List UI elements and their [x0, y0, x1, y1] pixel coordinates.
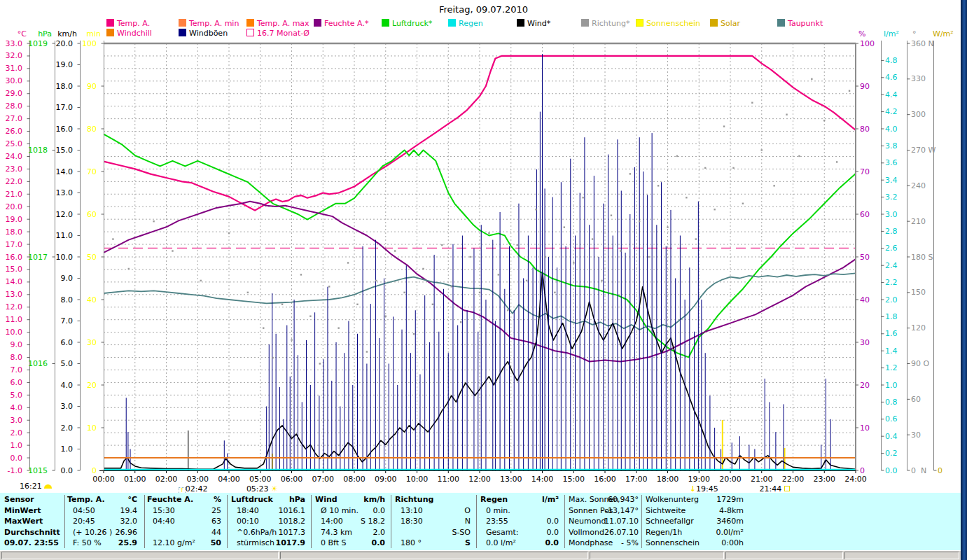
legend-item-monats-mittel: 16.7 Monat-Ø — [246, 29, 309, 37]
legend-label-sonnenschein: Sonnenschein — [646, 19, 700, 28]
axis-tick-label: 1.2 — [885, 364, 898, 372]
legend-item-temp-a: Temp. A. — [106, 19, 150, 27]
legend-item-windboeen: Windböen — [179, 29, 228, 37]
axis-tick-label: 27.0 — [0, 115, 22, 122]
table-cell-value: N — [422, 517, 471, 526]
axis-tick-label: 13.0 — [45, 189, 73, 197]
moon-dome-icon — [44, 484, 52, 489]
axis-tick-label: 1.4 — [885, 347, 898, 355]
axis-tick-label: 10 — [69, 424, 97, 432]
axis-tick-label: 4.8 — [885, 57, 898, 64]
table-cell-label: 00:10 — [237, 517, 259, 526]
table-cell-value: S — [422, 538, 471, 547]
table-cell-label: 180 ° — [401, 538, 422, 547]
axis-tick-label: 4.0 — [885, 125, 898, 133]
status-bar-panel-1 — [1, 552, 279, 559]
legend-label-temp-a-min: Temp. A. min — [189, 19, 239, 28]
table-cell-label: 18:40 — [237, 506, 259, 515]
legend-label-windchill: Windchill — [117, 29, 152, 38]
x-axis-label: 16:00 — [591, 475, 619, 484]
legend-swatch-richtung-icon — [581, 19, 589, 27]
axis-tick-label: 60 — [860, 211, 870, 218]
info-cell-value: - 5% — [588, 538, 639, 547]
info-cell-label: Sonnenschein — [646, 538, 700, 547]
axis-tick-label: 29.0 — [0, 90, 22, 97]
legend-item-sonnenschein: Sonnenschein — [636, 19, 700, 27]
axis-tick-label: 20 — [860, 382, 870, 389]
legend-swatch-temp-a-icon — [106, 19, 114, 27]
legend-label-temp-a-max: Temp. A. max — [257, 19, 309, 28]
moonset-icon — [784, 486, 790, 491]
legend-swatch-wind-icon — [517, 19, 524, 27]
legend-item-temp-a-min: Temp. A. min — [179, 19, 239, 27]
legend-swatch-temp-a-max-icon — [246, 19, 254, 27]
x-axis-label: 06:00 — [278, 475, 306, 484]
axis-tick-label: 0 — [69, 467, 97, 475]
axis-tick-label: 0.0 — [0, 454, 22, 462]
info-cell-label: Schneefallgr — [646, 517, 694, 526]
axis-tick-label: 70 — [69, 168, 97, 176]
table-cell-value: 32.0 — [88, 517, 137, 526]
legend-swatch-sonnenschein-icon — [636, 19, 643, 27]
info-cell-value: 26.07.10 — [588, 528, 639, 537]
axis-tick-label: 70 — [860, 168, 870, 176]
table-cell-label: 23:55 — [486, 517, 508, 526]
info-cell-value: 1729m — [693, 495, 744, 504]
table-divider — [476, 495, 477, 548]
axis-tick-label: 14.0 — [0, 278, 22, 286]
legend-item-wind: Wind* — [517, 19, 550, 27]
axis-tick-label: 3.0 — [885, 211, 898, 218]
info-cell-value: 3460m — [693, 517, 744, 526]
axis-tick-label: 13.0 — [0, 290, 22, 298]
axis-tick-label: 90 — [69, 83, 97, 90]
status-bar — [0, 551, 961, 560]
axis-tick-label: 40 — [69, 296, 97, 304]
table-divider — [641, 495, 642, 548]
axis-tick-label: 3.0 — [0, 416, 22, 424]
table-row-header: MaxWert — [4, 517, 43, 526]
desktop-edge-strip — [961, 0, 967, 560]
table-cell-label: 18:30 — [401, 517, 423, 526]
status-bar-panel-4 — [725, 552, 843, 559]
axis-tick-label: 0.0 — [885, 467, 898, 475]
legend-label-richtung: Richtung* — [592, 19, 629, 28]
info-cell-value: 0:00h — [693, 538, 744, 547]
axis-tick-label: 2.6 — [885, 244, 898, 252]
axis-tick-label: 5.0 — [0, 391, 22, 399]
x-axis-label: 01:00 — [121, 475, 149, 484]
table-cell-value: 25.9 — [88, 538, 137, 547]
x-axis-label: 13:00 — [497, 475, 525, 484]
x-axis-label: 17:00 — [622, 475, 651, 484]
table-cell-value: 0.0 — [510, 517, 559, 526]
axis-tick-label: 1016 — [20, 360, 48, 368]
legend-item-temp-a-max: Temp. A. max — [246, 19, 309, 27]
axis-tick-label: 4.6 — [885, 74, 898, 81]
axis-tick-label: 17.0 — [45, 104, 73, 111]
axis-tick-label: 100 — [69, 40, 97, 48]
axis-tick-label: 0 — [938, 467, 942, 475]
table-cell-value: S 18.2 — [336, 517, 385, 526]
axis-tick-label: 4.4 — [885, 91, 898, 99]
axis-tick-label: 30 — [69, 339, 97, 346]
axis-tick-label: 150 — [911, 288, 926, 296]
legend-swatch-feuchte-a-icon — [314, 19, 321, 27]
axis-tick-label: 0 N — [911, 467, 926, 475]
axis-tick-label: 0 — [860, 467, 865, 475]
axis-tick-label: 32.0 — [0, 52, 22, 59]
x-axis-label: 02:00 — [153, 475, 181, 484]
table-row-header: MinWert — [4, 506, 41, 515]
axis-unit-°: ° — [912, 29, 917, 38]
info-cell-value: 0.0l/m² — [693, 528, 744, 537]
axis-tick-label: 0.4 — [885, 433, 898, 440]
table-cell-value: 0.0 — [510, 528, 559, 537]
table-cell-value: 25 — [172, 506, 221, 515]
table-cell-value: 44 — [172, 528, 221, 537]
legend-item-luftdruck: Luftdruck* — [382, 19, 432, 27]
x-axis-label: 23:00 — [810, 475, 838, 484]
axis-tick-label: 9.0 — [0, 341, 22, 349]
axis-tick-label: 2.2 — [885, 279, 898, 286]
x-axis-label: 24:00 — [842, 475, 870, 484]
info-cell-value: -13,147° — [588, 506, 639, 515]
x-axis-label: 04:00 — [215, 475, 243, 484]
axis-tick-label: 15.0 — [45, 146, 73, 154]
